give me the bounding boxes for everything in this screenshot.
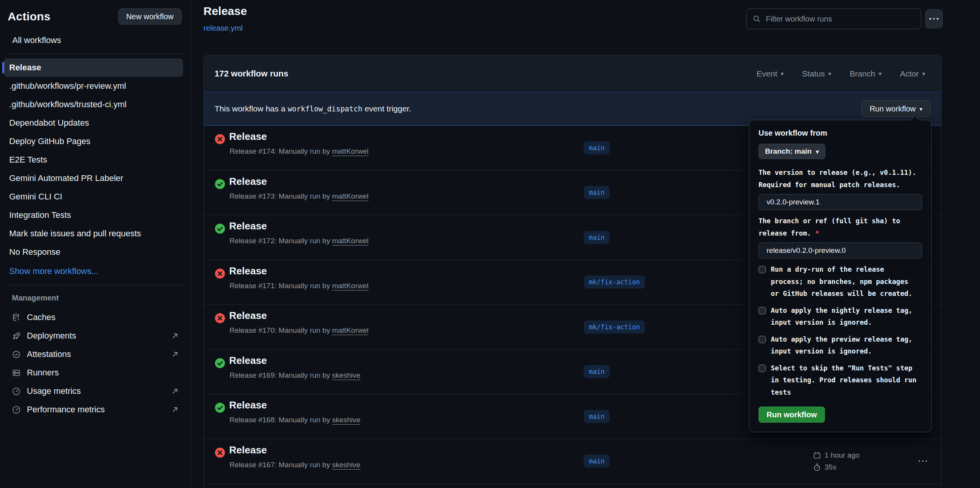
sidebar-divider: [8, 285, 183, 285]
run-title[interactable]: Release: [229, 399, 267, 411]
filter-workflow-runs-input[interactable]: [765, 14, 915, 24]
management-list: Caches: [8, 308, 183, 419]
filter-dropdown[interactable]: Branch ▾: [849, 69, 881, 78]
chevron-down-icon: ▾: [781, 71, 784, 76]
filter-dropdown[interactable]: Event ▾: [757, 69, 783, 78]
run-time: 1 hour ago: [825, 451, 859, 460]
sidebar-item-workflow[interactable]: Mark stale issues and pull requests: [4, 224, 183, 243]
checkbox-label[interactable]: Run a dry-run of the release process; no…: [771, 264, 918, 300]
run-actor-link[interactable]: skeshive: [332, 371, 360, 379]
run-actor-link[interactable]: skeshive: [332, 416, 360, 424]
chevron-down-icon: ▾: [879, 71, 882, 76]
run-title[interactable]: Release: [229, 355, 267, 367]
sidebar-item-workflow[interactable]: Gemini CLI CI: [4, 188, 183, 206]
chevron-down-icon: ▾: [922, 71, 925, 76]
sidebar-item-workflow[interactable]: Integration Tests: [4, 206, 183, 224]
sidebar-item-management[interactable]: Caches: [8, 308, 183, 327]
management-item-label: Deployments: [27, 331, 76, 341]
workflow-run-row[interactable]: Release Release #167: Manually run byske…: [204, 439, 941, 484]
run-actor-link[interactable]: skeshive: [332, 461, 360, 469]
workflow-options-button[interactable]: [925, 9, 943, 28]
run-status-icon: [215, 358, 225, 368]
branch-badge[interactable]: mk/fix-action: [584, 320, 645, 334]
sidebar-item-workflow[interactable]: Dependabot Updates: [4, 114, 183, 132]
run-title[interactable]: Release: [229, 310, 267, 322]
branch-badge[interactable]: main: [584, 231, 610, 244]
run-filters: Event ▾ Status ▾ Branch ▾ Actor: [757, 69, 930, 78]
banner-text-after: event trigger.: [365, 104, 411, 113]
ref-input-wrap: [759, 242, 922, 259]
run-actor-link[interactable]: mattKorwel: [332, 326, 369, 334]
sidebar-item-workflow[interactable]: No Response: [4, 243, 183, 261]
checkbox[interactable]: [759, 266, 766, 273]
checkbox-label[interactable]: Auto apply the nightly release tag, inpu…: [771, 305, 918, 329]
sidebar-item-management[interactable]: Usage metrics: [8, 382, 183, 400]
banner-text: This workflow has a: [215, 104, 285, 113]
run-description: Release #167: Manually run byskeshive: [230, 461, 360, 469]
sidebar-item-workflow[interactable]: .github/workflows/trusted-ci.yml: [4, 95, 183, 114]
run-title[interactable]: Release: [229, 265, 267, 277]
workflow-label: Gemini CLI CI: [9, 192, 62, 202]
run-workflow-submit-button[interactable]: Run workflow: [759, 407, 825, 423]
branch-badge[interactable]: mk/fix-action: [584, 276, 645, 289]
run-status-icon: [215, 134, 225, 144]
branch-badge[interactable]: main: [584, 410, 610, 423]
sidebar-item-workflow[interactable]: E2E Tests: [4, 151, 183, 169]
filter-dropdown[interactable]: Status ▾: [802, 69, 831, 78]
sidebar-item-workflow[interactable]: .github/workflows/pr-review.yml: [4, 77, 183, 95]
run-title[interactable]: Release: [229, 176, 267, 188]
sidebar-item-management[interactable]: Deployments: [8, 327, 183, 345]
run-title[interactable]: Release: [229, 444, 267, 456]
show-more-workflows-link[interactable]: Show more workflows...: [4, 262, 183, 281]
check-circle-icon: [215, 358, 225, 368]
runs-panel-header: 172 workflow runs Event ▾ Status ▾ Branc…: [204, 55, 941, 92]
branch-badge[interactable]: main: [584, 141, 610, 154]
checkbox[interactable]: [759, 336, 766, 343]
x-circle-icon: [215, 268, 225, 279]
branch-badge[interactable]: main: [584, 455, 610, 468]
run-title[interactable]: Release: [229, 220, 267, 232]
workflow-label: E2E Tests: [9, 155, 47, 165]
check-circle-icon: [215, 223, 225, 234]
sidebar: Actions New workflow All workflows Relea…: [0, 0, 191, 488]
external-link-icon: [171, 350, 179, 358]
run-options-button[interactable]: [919, 460, 927, 462]
checkbox[interactable]: [759, 365, 766, 372]
external-link-icon: [171, 332, 179, 340]
management-icon: [12, 387, 21, 396]
run-actor-link[interactable]: mattKorwel: [332, 147, 369, 155]
management-icon: [12, 368, 21, 377]
run-actor-link[interactable]: mattKorwel: [332, 237, 369, 245]
management-icon: [12, 313, 21, 322]
sidebar-item-management[interactable]: Attestations: [8, 345, 183, 364]
sidebar-item-all-workflows[interactable]: All workflows: [12, 35, 61, 45]
x-circle-icon: [215, 447, 225, 458]
sidebar-item-workflow[interactable]: Release: [4, 58, 183, 77]
sidebar-item-management[interactable]: Runners: [8, 364, 183, 382]
sidebar-item-workflow[interactable]: Gemini Automated PR Labeler: [4, 169, 183, 188]
version-input-wrap: [759, 194, 922, 210]
calendar-icon: [813, 451, 821, 459]
checkbox-label[interactable]: Select to skip the "Run Tests" step in t…: [771, 362, 918, 399]
kebab-icon: [929, 18, 931, 20]
run-actor-link[interactable]: mattKorwel: [332, 282, 369, 290]
workflow-label: Dependabot Updates: [9, 118, 89, 128]
branch-selector-button[interactable]: Branch: main ▾: [759, 144, 825, 159]
checkbox[interactable]: [759, 307, 766, 314]
checkbox-label[interactable]: Auto apply the preview release tag, inpu…: [771, 334, 918, 358]
sidebar-item-management[interactable]: Performance metrics: [8, 400, 183, 419]
new-workflow-button[interactable]: New workflow: [118, 8, 182, 25]
workflow-label: Integration Tests: [9, 210, 71, 220]
branch-badge[interactable]: main: [584, 186, 610, 199]
filter-dropdown[interactable]: Actor ▾: [900, 69, 925, 78]
ref-input[interactable]: [766, 246, 915, 255]
run-title[interactable]: Release: [229, 131, 267, 143]
branch-badge[interactable]: main: [584, 365, 610, 378]
run-actor-link[interactable]: mattKorwel: [332, 192, 369, 200]
management-item-label: Performance metrics: [27, 405, 105, 415]
sidebar-item-workflow[interactable]: Deploy GitHub Pages: [4, 132, 183, 151]
version-input[interactable]: [766, 198, 915, 207]
management-item-label: Usage metrics: [27, 386, 81, 396]
run-workflow-dropdown-button[interactable]: Run workflow ▾: [861, 100, 930, 117]
workflow-file-link[interactable]: release.yml: [203, 24, 243, 33]
